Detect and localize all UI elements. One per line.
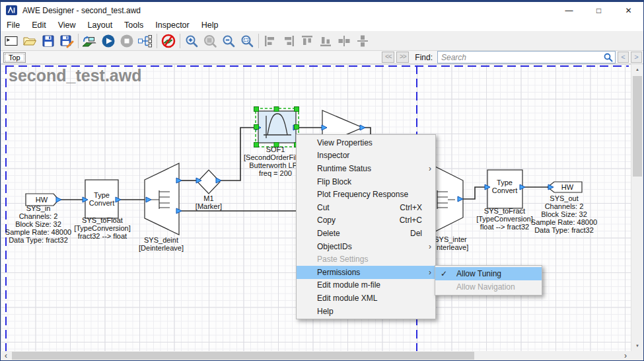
menu-layout[interactable]: Layout [82, 19, 119, 31]
minimize-button[interactable]: — [554, 2, 584, 19]
sys-tofloat-shape-label: Convert [89, 199, 115, 207]
scroll-down-arrow[interactable]: ▼ [631, 341, 643, 351]
context-menu: View Properties Inspector Runtime Status… [296, 134, 436, 319]
zoom-region-icon [240, 34, 254, 48]
align-right-button[interactable] [280, 32, 297, 50]
submenu-arrow-icon: › [425, 242, 431, 251]
menu-item-copy[interactable]: CopyCtrl+C [297, 214, 435, 227]
align-bottom-button[interactable] [317, 32, 334, 50]
menu-item-runtime-status[interactable]: Runtime Status› [297, 162, 435, 175]
scrollbar-corner [631, 351, 643, 360]
align-left-button[interactable] [262, 32, 279, 50]
save-icon [41, 34, 55, 48]
open-folder-icon [22, 34, 37, 48]
search-icon [604, 53, 613, 62]
title-bar: AWE Designer - second_test.awd — □ ✕ [1, 2, 643, 19]
menu-item-cut[interactable]: CutCtrl+X [297, 201, 435, 214]
zoom-out-icon [221, 34, 236, 48]
stop-icon [120, 34, 134, 48]
find-prev-button[interactable]: < [618, 52, 629, 63]
design-canvas[interactable]: second_test.awd [1, 64, 631, 351]
selection-handle[interactable] [295, 125, 299, 130]
connect-target-button[interactable] [81, 32, 98, 50]
new-design-button[interactable] [3, 32, 20, 50]
menu-file[interactable]: File [1, 19, 26, 31]
menu-item-delete[interactable]: DeleteDel [297, 227, 435, 240]
save-button[interactable] [40, 32, 57, 50]
sys-in-label: SYS_inChannels: 2Block Size: 32Sample Ra… [5, 204, 71, 244]
zoom-region-button[interactable] [238, 32, 256, 50]
sys-tofloat-label: SYS_toFloat[TypeConversion]fract32 --> f… [74, 216, 131, 240]
selection-handle[interactable] [295, 107, 299, 112]
menu-inspector[interactable]: Inspector [149, 19, 195, 31]
routing-tree-button[interactable] [137, 32, 154, 50]
zoom-in-button[interactable] [183, 32, 200, 50]
output-port[interactable] [56, 197, 61, 202]
align-left-icon [263, 34, 277, 48]
align-top-button[interactable] [299, 32, 316, 50]
align-top-icon [300, 34, 314, 48]
no-hardware-icon [161, 33, 176, 49]
zoom-out-button[interactable] [220, 32, 237, 50]
tab-top[interactable]: Top [3, 52, 26, 63]
new-design-icon [4, 34, 18, 48]
horizontal-scroll-thumb[interactable] [12, 352, 474, 360]
menu-item-permissions[interactable]: Permissions› [297, 266, 435, 279]
horizontal-scrollbar[interactable]: ‹ › [1, 351, 631, 360]
vertical-scroll-thumb[interactable] [633, 76, 642, 177]
tab-bar: Top << >> Find: < > [1, 51, 643, 64]
search-input[interactable] [440, 52, 604, 63]
menu-item-objectids[interactable]: ObjectIDs› [297, 240, 435, 253]
wire[interactable] [463, 187, 486, 199]
menu-item-edit-module-xml[interactable]: Edit module XML [297, 292, 435, 305]
selection-handle[interactable] [274, 107, 279, 112]
maximize-button[interactable]: □ [584, 2, 614, 19]
zoom-actual-button[interactable] [201, 32, 219, 50]
save-as-button[interactable] [58, 32, 75, 50]
sys-inter-label: SYS_inter[Interleave] [433, 235, 468, 251]
vertical-scrollbar[interactable]: ▲ ▼ [631, 64, 643, 351]
menu-item-help[interactable]: Help [297, 305, 435, 318]
zoom-in-icon [184, 34, 199, 48]
menu-item-view-properties[interactable]: View Properties [297, 136, 435, 149]
sys-in-shape-label: HW [36, 196, 48, 204]
find-next-button[interactable]: > [631, 52, 642, 63]
sys-tofract-shape-label: Convert [492, 186, 518, 194]
align-center-vertical-button[interactable] [354, 32, 371, 50]
scroll-left-arrow[interactable]: ‹ [1, 351, 11, 360]
selection-handle[interactable] [254, 107, 259, 112]
app-icon [6, 5, 17, 15]
menu-item-plot-frequency-response[interactable]: Plot Frequency Response [297, 188, 435, 201]
scroll-up-arrow[interactable]: ▲ [631, 64, 643, 75]
submenu-item-allow-navigation: Allow Navigation [435, 280, 542, 294]
menu-item-inspector[interactable]: Inspector [297, 149, 435, 163]
menu-item-flip-block[interactable]: Flip Block [297, 175, 435, 188]
align-center-horizontal-button[interactable] [336, 32, 353, 50]
stop-button[interactable] [118, 32, 135, 50]
align-center-vertical-icon [355, 34, 370, 48]
scroll-right-arrow[interactable]: › [620, 351, 631, 360]
sys-tofract-label: SYS_toFract[TypeConversion]float --> fra… [476, 207, 533, 231]
align-right-icon [281, 34, 296, 48]
toolbar-separator [78, 34, 79, 48]
menu-item-edit-module-m-file[interactable]: Edit module m-file [297, 279, 435, 292]
close-button[interactable]: ✕ [614, 2, 643, 19]
sof1-block[interactable] [258, 111, 296, 143]
submenu-item-allow-tuning[interactable]: ✓Allow Tuning [435, 267, 542, 280]
output-port[interactable] [360, 125, 365, 130]
play-button[interactable] [100, 32, 117, 50]
no-hardware-button[interactable] [160, 32, 177, 50]
menu-tools[interactable]: Tools [118, 19, 149, 31]
toolbar [1, 31, 643, 51]
find-back-button[interactable]: << [382, 52, 394, 63]
toolbar-separator [157, 34, 157, 48]
menu-item-paste-settings: Paste Settings [297, 253, 435, 266]
menu-help[interactable]: Help [196, 19, 225, 31]
find-label: Find: [415, 53, 433, 62]
menu-edit[interactable]: Edit [26, 19, 52, 31]
menu-view[interactable]: View [52, 19, 82, 31]
find-forward-button[interactable]: >> [396, 52, 409, 63]
selection-handle[interactable] [254, 125, 259, 130]
sys-tofract-shape-label: Type [497, 179, 513, 186]
open-file-button[interactable] [21, 32, 38, 50]
